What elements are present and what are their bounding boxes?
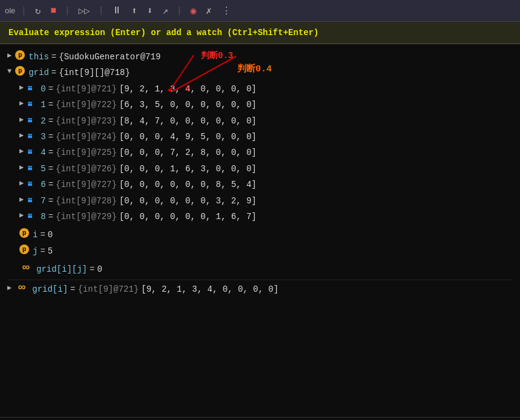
step-into-icon[interactable]: ⬆ xyxy=(129,4,140,18)
stop-icon[interactable]: ■ xyxy=(48,4,59,18)
type-7: {int[9]@728} xyxy=(56,194,117,208)
var-grid-2: 2 xyxy=(41,114,45,128)
run-to-cursor-icon[interactable]: ↗ xyxy=(160,4,171,18)
var-grid-3: 3 xyxy=(41,130,45,143)
val-gridij: 0 xyxy=(97,263,102,276)
var-grid-4: 4 xyxy=(41,146,45,159)
expand-grid-2[interactable]: ▶ xyxy=(19,114,24,126)
op-2: = xyxy=(48,114,53,128)
op-1: = xyxy=(48,98,53,111)
val-4: [0, 0, 0, 7, 2, 8, 0, 0, 0] xyxy=(119,146,257,159)
var-grid-1: 1 xyxy=(41,98,45,111)
op-0: = xyxy=(48,82,53,96)
line-grid-2: ▶ ≡ 2 = {int[9]@723} [8, 4, 7, 0, 0, 0, … xyxy=(7,113,513,129)
toolbar-sep-4: | xyxy=(177,6,182,16)
array-icon-8: ≡ xyxy=(27,210,38,218)
record-icon[interactable]: ◉ xyxy=(188,4,199,18)
expand-grid-8[interactable]: ▶ xyxy=(19,210,24,221)
var-grid: grid xyxy=(28,66,49,79)
val-2: [8, 4, 7, 0, 0, 0, 0, 0, 0] xyxy=(119,114,257,128)
expand-this[interactable]: ▶ xyxy=(7,50,12,62)
line-grid-4: ▶ ≡ 4 = {int[9]@725} [0, 0, 0, 7, 2, 8, … xyxy=(7,145,513,160)
op-3: = xyxy=(48,130,53,143)
array-icon-0: ≡ xyxy=(27,82,38,91)
val-i: 0 xyxy=(48,228,53,241)
op-7: = xyxy=(48,194,53,208)
pause-icon[interactable]: ⏸ xyxy=(110,4,124,18)
badge-inf-gridi: ∞ xyxy=(15,283,28,291)
var-grid-0: 0 xyxy=(41,82,45,96)
var-j: j xyxy=(33,244,38,258)
op-6: = xyxy=(48,178,53,191)
line-this: ▶ p this = {SudokuGenerator@719 判断0.3 xyxy=(7,49,513,65)
badge-p-i: p xyxy=(19,228,29,238)
line-grid-7: ▶ ≡ 7 = {int[9]@728} [0, 0, 0, 0, 0, 0, … xyxy=(7,193,513,209)
refresh-icon[interactable]: ↻ xyxy=(33,4,44,18)
op-j: = xyxy=(40,244,45,258)
expand-gridi[interactable]: ▶ xyxy=(7,283,12,294)
val-7: [0, 0, 0, 0, 0, 0, 3, 2, 9] xyxy=(119,194,257,208)
var-grid-6: 6 xyxy=(41,178,45,191)
bottom-bar: CSDN @狗头版猫头鹰 xyxy=(0,417,520,420)
var-this: this xyxy=(28,50,49,64)
type-6: {int[9]@727} xyxy=(56,178,117,191)
line-grid-1: ▶ ≡ 1 = {int[9]@722} [6, 3, 5, 0, 0, 0, … xyxy=(7,97,513,113)
expand-grid-5[interactable]: ▶ xyxy=(19,162,24,174)
array-icon-7: ≡ xyxy=(27,194,38,203)
expand-grid[interactable]: ▼ xyxy=(7,66,12,77)
array-icon-2: ≡ xyxy=(27,114,38,123)
array-icon-1: ≡ xyxy=(27,98,38,107)
op-8: = xyxy=(48,210,53,223)
val-gridi: [9, 2, 1, 3, 4, 0, 0, 0, 0] xyxy=(141,283,278,296)
line-gridij: ∞ grid[i][j] = 0 xyxy=(7,261,513,277)
var-grid-7: 7 xyxy=(41,194,45,208)
header-text: Evaluate expression (Enter) or add a wat… xyxy=(8,28,318,38)
step-out-icon[interactable]: ⬇ xyxy=(145,4,156,18)
expand-grid-3[interactable]: ▶ xyxy=(19,130,24,142)
annotation-031: 判断0.3 xyxy=(201,49,233,62)
var-grid-8: 8 xyxy=(41,210,45,223)
more-icon[interactable]: ⋮ xyxy=(219,4,234,18)
line-i: p i = 0 xyxy=(7,227,513,243)
line-grid-8: ▶ ≡ 8 = {int[9]@729} [0, 0, 0, 0, 0, 0, … xyxy=(7,209,513,225)
expand-grid-1[interactable]: ▶ xyxy=(19,98,24,110)
val-6: [0, 0, 0, 0, 0, 0, 8, 5, 4] xyxy=(119,178,257,191)
line-gridi: ▶ ∞ grid[i] = {int[9]@721} [9, 2, 1, 3, … xyxy=(7,280,513,297)
toolbar: ole | ↻ ■ | ▷▷ | ⏸ ⬆ ⬇ ↗ | ◉ ✗ ⋮ xyxy=(0,0,520,22)
line-grid-0: ▶ ≡ 0 = {int[9]@721} [9, 2, 1, 3, 4, 0, … xyxy=(7,81,513,97)
val-1: [6, 3, 5, 0, 0, 0, 0, 0, 0] xyxy=(119,98,257,111)
step-over-icon[interactable]: ▷▷ xyxy=(76,4,92,18)
array-icon-4: ≡ xyxy=(27,146,38,154)
type-1: {int[9]@722} xyxy=(56,98,117,111)
type-3: {int[9]@724} xyxy=(56,130,117,143)
type-4: {int[9]@725} xyxy=(56,146,117,159)
toolbar-sep-1: | xyxy=(21,6,26,16)
var-grid-5: 5 xyxy=(41,162,45,176)
badge-p-grid: p xyxy=(15,66,25,76)
expand-grid-4[interactable]: ▶ xyxy=(19,146,24,157)
badge-p-j: p xyxy=(19,244,29,254)
array-icon-3: ≡ xyxy=(27,130,38,139)
op-i: = xyxy=(40,228,45,241)
header-bar: Evaluate expression (Enter) or add a wat… xyxy=(0,22,520,44)
expand-grid-7[interactable]: ▶ xyxy=(19,194,24,206)
clear-icon[interactable]: ✗ xyxy=(203,4,214,18)
toolbar-sep-3: | xyxy=(99,6,104,16)
main-content: ▶ p this = {SudokuGenerator@719 判断0.3 ▼ … xyxy=(0,44,520,417)
line-grid-5: ▶ ≡ 5 = {int[9]@726} [0, 0, 0, 1, 6, 3, … xyxy=(7,161,513,177)
val-3: [0, 0, 0, 4, 9, 5, 0, 0, 0] xyxy=(119,130,257,143)
val-0: [9, 2, 1, 3, 4, 0, 0, 0, 0] xyxy=(119,82,257,96)
op-4: = xyxy=(48,146,53,159)
op-this: = xyxy=(51,50,56,64)
val-grid: {int[9][]@718} xyxy=(59,66,130,79)
val-5: [0, 0, 0, 1, 6, 3, 0, 0, 0] xyxy=(119,162,257,176)
expand-grid-6[interactable]: ▶ xyxy=(19,178,24,189)
val-j: 5 xyxy=(48,244,53,258)
var-i: i xyxy=(33,228,38,241)
type-gridi: {int[9]@721} xyxy=(77,283,139,296)
toolbar-sep-2: | xyxy=(65,6,70,16)
var-gridi: grid[i] xyxy=(32,283,68,296)
op-gridij: = xyxy=(90,263,94,276)
line-grid-6: ▶ ≡ 6 = {int[9]@727} [0, 0, 0, 0, 0, 0, … xyxy=(7,177,513,192)
expand-grid-0[interactable]: ▶ xyxy=(19,82,24,94)
